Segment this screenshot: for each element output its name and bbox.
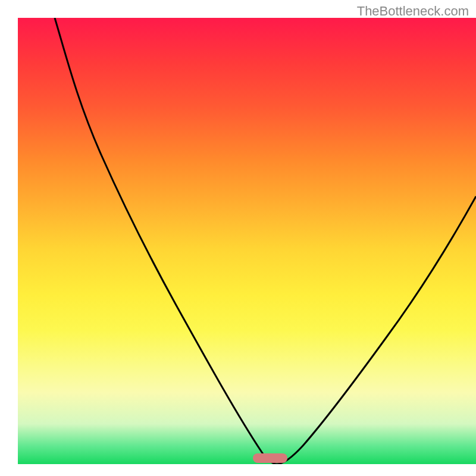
minimum-marker: [253, 453, 287, 463]
curve-overlay: [18, 18, 476, 464]
right-curve-path: [277, 196, 476, 464]
chart-container: TheBottleneck.com: [0, 0, 476, 476]
left-curve-path: [55, 18, 277, 464]
watermark-text: TheBottleneck.com: [357, 4, 469, 19]
plot-area: [18, 18, 476, 464]
